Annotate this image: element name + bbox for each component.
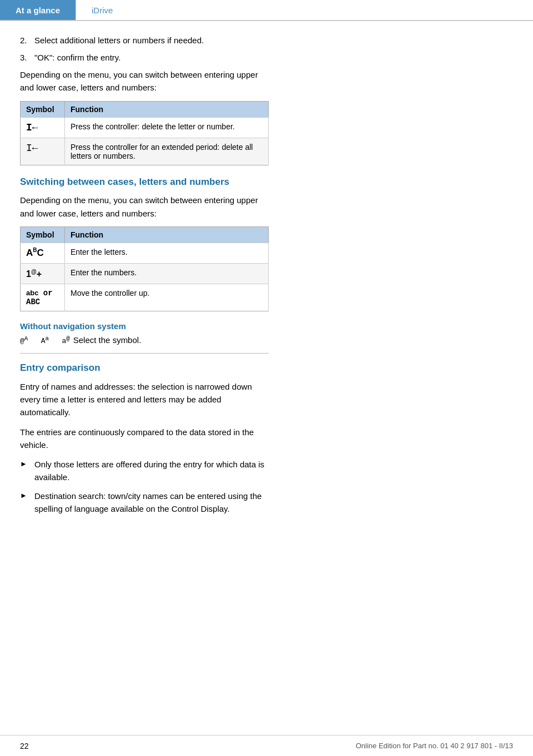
entry-comparison-para1: Entry of names and addresses: the select…: [20, 380, 269, 419]
entry-comparison-para2: The entries are continuously compared to…: [20, 426, 269, 452]
step-3: 3. "OK": confirm the entry.: [20, 52, 269, 64]
table2-row1-function: Enter the letters.: [65, 243, 269, 264]
table1-row2-symbol: I←: [21, 138, 65, 165]
table2-row2-symbol: 1@+: [21, 264, 65, 284]
table-row: I← Press the controller: delete the lett…: [21, 117, 269, 138]
footer: 22 Online Edition for Part no. 01 40 2 9…: [0, 735, 533, 756]
bullet-arrow-icon: ►: [20, 458, 34, 484]
section1-para: Depending on the menu, you can switch be…: [20, 194, 269, 220]
table-row: ABC Enter the letters.: [21, 243, 269, 264]
table1-row1-symbol: I←: [21, 117, 65, 138]
section-divider: [20, 353, 269, 354]
bullet-1-text: Only those letters are offered during th…: [34, 458, 269, 484]
main-content: 2. Select additional letters or numbers …: [0, 21, 289, 543]
step-3-text: "OK": confirm the entry.: [34, 52, 120, 64]
table-row: I← Press the controller for an extended …: [21, 138, 269, 165]
step-3-number: 3.: [20, 52, 34, 64]
table1-row2-function: Press the controller for an extended per…: [65, 138, 269, 165]
tab-at-a-glance[interactable]: At a glance: [0, 0, 76, 20]
footer-edition-text: Online Edition for Part no. 01 40 2 917 …: [356, 742, 513, 750]
table2-row3-function: Move the controller up.: [65, 284, 269, 311]
delete-symbol-table: Symbol Function I← Press the controller:…: [20, 101, 269, 165]
step-2-number: 2.: [20, 34, 34, 47]
table2-col2-header: Function: [65, 226, 269, 243]
table1-col1-header: Symbol: [21, 101, 65, 117]
table1-row1-function: Press the controller: delete the letter …: [65, 117, 269, 138]
bullet-arrow-icon: ►: [20, 490, 34, 516]
table-row: 1@+ Enter the numbers.: [21, 264, 269, 284]
section-without-nav-heading: Without navigation system: [20, 321, 269, 331]
intro-paragraph: Depending on the menu, you can switch be…: [20, 68, 269, 94]
without-nav-line: @A Aa a@ Select the symbol.: [20, 335, 269, 345]
page-number: 22: [20, 742, 29, 750]
letters-numbers-table: Symbol Function ABC Enter the letters. 1…: [20, 226, 269, 311]
section-switching-heading: Switching between cases, letters and num…: [20, 175, 269, 189]
without-nav-symbols: @A Aa a@: [20, 335, 70, 345]
table2-row3-symbol: abc or ABC: [21, 284, 65, 311]
header-nav: At a glance iDrive: [0, 0, 533, 21]
bullet-item-1: ► Only those letters are offered during …: [20, 458, 269, 484]
table2-col1-header: Symbol: [21, 226, 65, 243]
bullet-2-text: Destination search: town/city names can …: [34, 490, 269, 516]
bullet-item-2: ► Destination search: town/city names ca…: [20, 490, 269, 516]
section-entry-comparison-heading: Entry comparison: [20, 361, 269, 375]
without-nav-text: Select the symbol.: [73, 335, 142, 345]
table2-row1-symbol: ABC: [21, 243, 65, 264]
table2-row2-function: Enter the numbers.: [65, 264, 269, 284]
table-row: abc or ABC Move the controller up.: [21, 284, 269, 311]
step-2-text: Select additional letters or numbers if …: [34, 34, 204, 47]
step-2: 2. Select additional letters or numbers …: [20, 34, 269, 47]
tab-idrive[interactable]: iDrive: [76, 0, 128, 20]
table1-col2-header: Function: [65, 101, 269, 117]
